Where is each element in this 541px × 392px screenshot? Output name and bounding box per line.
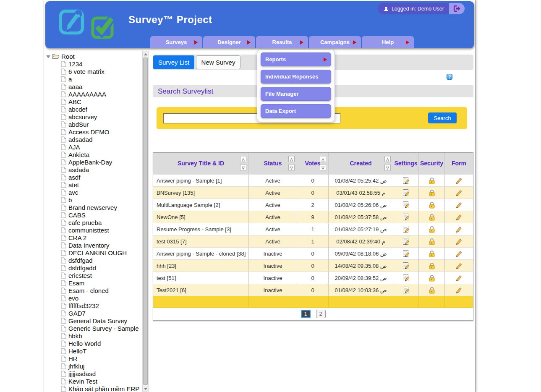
sort-descending-button[interactable]: ▽ xyxy=(320,165,326,171)
tree-item[interactable]: abcdef xyxy=(44,105,142,113)
form-pencil-icon[interactable] xyxy=(455,177,463,184)
tree-item[interactable]: evo xyxy=(44,294,142,302)
scrollbar-thumb[interactable] xyxy=(143,57,148,385)
tree-item[interactable]: HelloT xyxy=(44,347,142,355)
tab-survey-list[interactable]: Survey List xyxy=(153,55,194,69)
nav-item-help[interactable]: Help xyxy=(362,36,414,48)
tree-item[interactable]: AJA xyxy=(44,143,142,151)
security-lock-icon[interactable] xyxy=(429,201,435,209)
tree-item[interactable]: CRA 2 xyxy=(44,234,142,241)
tree-item[interactable]: Khảo sát phần mềm ERP xyxy=(44,385,142,392)
form-pencil-icon[interactable] xyxy=(455,238,463,245)
tree-scrollbar[interactable] xyxy=(142,51,149,392)
tree-item[interactable]: aaaa xyxy=(44,83,142,90)
logout-button[interactable] xyxy=(449,3,465,14)
tree-item[interactable]: ffffffsd3232 xyxy=(44,302,142,309)
tree-item[interactable]: Brand newservey xyxy=(44,204,142,211)
menu-item-data-export[interactable]: Data Export xyxy=(261,104,331,118)
tree-item[interactable]: abdSur xyxy=(44,120,142,128)
form-pencil-icon[interactable] xyxy=(455,214,463,221)
help-icon[interactable]: ? xyxy=(447,74,452,80)
security-lock-icon[interactable] xyxy=(429,177,435,184)
tree-item[interactable]: HR xyxy=(44,355,142,362)
sort-ascending-button[interactable]: △ xyxy=(288,156,295,162)
sort-ascending-button[interactable]: △ xyxy=(240,156,246,162)
settings-icon[interactable] xyxy=(402,287,410,294)
tree-item[interactable]: AppleBank-Day xyxy=(44,158,142,166)
tree-item[interactable]: Kevin Test xyxy=(44,377,142,385)
tree-item[interactable]: General Data Survey xyxy=(44,317,142,324)
tree-item[interactable]: Data Inventory xyxy=(44,241,142,249)
tree-item[interactable]: asdada xyxy=(44,166,142,173)
sort-ascending-button[interactable]: △ xyxy=(384,156,391,162)
sort-descending-button[interactable]: ▽ xyxy=(240,165,246,171)
tree-item[interactable]: avc xyxy=(44,188,142,196)
tree-item[interactable]: CABS xyxy=(44,211,142,219)
form-pencil-icon[interactable] xyxy=(455,250,463,257)
settings-icon[interactable] xyxy=(402,189,410,196)
nav-item-surveys[interactable]: Surveys xyxy=(150,36,202,48)
tree-item[interactable]: adsadad xyxy=(44,136,142,143)
settings-icon[interactable] xyxy=(402,201,410,209)
collapse-icon[interactable] xyxy=(46,55,50,58)
settings-icon[interactable] xyxy=(402,177,410,184)
settings-icon[interactable] xyxy=(402,214,410,221)
settings-icon[interactable] xyxy=(402,262,410,269)
form-pencil-icon[interactable] xyxy=(455,189,463,196)
tab-new-survey[interactable]: New Survey xyxy=(196,55,240,69)
tree-item[interactable]: jhfkluj xyxy=(44,362,142,370)
nav-item-results[interactable]: Results xyxy=(256,36,308,48)
sort-descending-button[interactable]: ▽ xyxy=(384,165,391,171)
tree-item[interactable]: dsfdfgad xyxy=(44,256,142,264)
menu-item-reports[interactable]: Reports xyxy=(261,52,331,66)
scroll-up-button[interactable] xyxy=(143,51,148,57)
security-lock-icon[interactable] xyxy=(429,250,435,257)
form-pencil-icon[interactable] xyxy=(455,262,463,269)
tree-item[interactable]: GAD7 xyxy=(44,309,142,317)
form-pencil-icon[interactable] xyxy=(455,201,463,209)
security-lock-icon[interactable] xyxy=(429,226,435,233)
form-pencil-icon[interactable] xyxy=(455,287,463,294)
menu-item-individual-reponses[interactable]: Individual Reponses xyxy=(261,70,331,84)
tree-item[interactable]: 6 vote matrix xyxy=(44,68,142,75)
tree-item[interactable]: communisttest xyxy=(44,226,142,234)
tree-item[interactable]: 1234 xyxy=(44,60,142,68)
tree-root[interactable]: Root xyxy=(44,52,142,60)
tree-item[interactable]: abcsurvey xyxy=(44,113,142,120)
tree-item[interactable]: Generic Survey - Sample xyxy=(44,324,142,332)
security-lock-icon[interactable] xyxy=(429,287,435,294)
settings-icon[interactable] xyxy=(402,250,410,257)
form-pencil-icon[interactable] xyxy=(455,274,463,282)
tree-item[interactable]: AAAAAAAAA xyxy=(44,90,142,98)
nav-item-campaigns[interactable]: Campaigns xyxy=(309,36,361,48)
security-lock-icon[interactable] xyxy=(429,189,435,196)
settings-icon[interactable] xyxy=(402,274,410,282)
tree-item[interactable]: ericstest xyxy=(44,272,142,279)
tree-item[interactable]: DECLANKINLOUGH xyxy=(44,249,142,256)
page-button-1[interactable]: 1 xyxy=(301,310,311,318)
tree-item[interactable]: Access DEMO xyxy=(44,128,142,136)
settings-icon[interactable] xyxy=(402,238,410,245)
search-button[interactable]: Search xyxy=(428,112,457,123)
sort-descending-button[interactable]: ▽ xyxy=(288,165,295,171)
tree-item[interactable]: atet xyxy=(44,181,142,188)
tree-item[interactable]: cafe prueba xyxy=(44,219,142,226)
tree-item[interactable]: Ankieta xyxy=(44,151,142,158)
tree-item[interactable]: a xyxy=(44,75,142,83)
security-lock-icon[interactable] xyxy=(429,238,435,245)
tree-item[interactable]: Esam xyxy=(44,279,142,287)
security-lock-icon[interactable] xyxy=(429,262,435,269)
tree-item[interactable]: ABC xyxy=(44,98,142,105)
nav-item-designer[interactable]: Designer xyxy=(203,36,255,48)
security-lock-icon[interactable] xyxy=(429,214,435,221)
menu-item-file-manager[interactable]: File Manager xyxy=(261,87,331,101)
tree-item[interactable]: jjjjjasdasd xyxy=(44,370,142,377)
form-pencil-icon[interactable] xyxy=(455,226,463,233)
tree-item[interactable]: b xyxy=(44,196,142,204)
sort-ascending-button[interactable]: △ xyxy=(320,156,326,162)
scroll-down-button[interactable] xyxy=(143,386,148,392)
tree-item[interactable]: Esam - cloned xyxy=(44,287,142,294)
settings-icon[interactable] xyxy=(402,226,410,233)
security-lock-icon[interactable] xyxy=(429,274,435,282)
tree-item[interactable]: hbkb xyxy=(44,332,142,340)
